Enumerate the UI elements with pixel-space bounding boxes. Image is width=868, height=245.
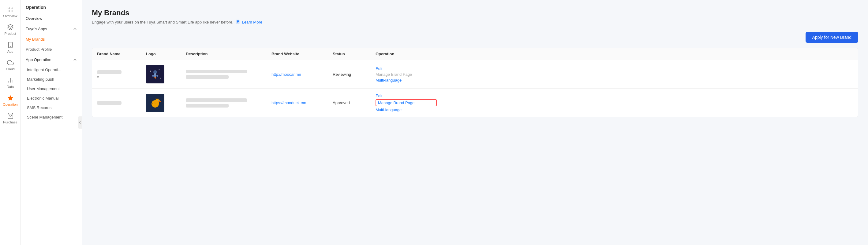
main-content: My Brands Engage with your users on the …	[82, 0, 868, 245]
brand-name-placeholder-1	[97, 70, 122, 74]
logo-cell-1	[146, 65, 186, 83]
col-status: Status	[333, 51, 376, 56]
website-cell-1[interactable]: http://moocar.mn	[272, 72, 333, 77]
nav-item-overview[interactable]: Overview	[0, 3, 21, 21]
svg-point-22	[149, 77, 149, 78]
svg-rect-2	[8, 10, 9, 12]
sidebar-item-intelligent-operati[interactable]: Intelligent Operati...	[21, 65, 82, 74]
table-row: https://mooduck.mn Approved Edit Manage …	[92, 89, 858, 117]
chevron-left-icon	[79, 121, 81, 124]
manage-brand-link-1: Manage Brand Page	[376, 72, 437, 77]
desc-bar-1a	[186, 70, 247, 73]
table-row: http://moocar.mn Reviewing Edit Manage B…	[92, 60, 858, 89]
sidebar-collapse-button[interactable]	[78, 116, 82, 129]
logo-cell-2	[146, 94, 186, 112]
top-actions: Apply for New Brand	[92, 32, 858, 43]
sidebar-item-sms-records[interactable]: SMS Records	[21, 103, 82, 112]
sidebar-item-marketing-push[interactable]: Marketing push	[21, 74, 82, 84]
sidebar-title: Operation	[21, 5, 82, 13]
chevron-up-icon-2	[73, 58, 77, 62]
sidebar-item-overview[interactable]: Overview	[21, 13, 82, 24]
book-icon	[236, 20, 241, 25]
learn-more-icon	[236, 20, 241, 25]
brand-name-cell-2	[97, 101, 146, 105]
svg-rect-11	[236, 20, 239, 24]
nav-item-data[interactable]: Data	[0, 74, 21, 92]
brand-dot-1	[97, 76, 99, 78]
svg-rect-13	[237, 22, 239, 22]
svg-marker-9	[7, 95, 13, 101]
svg-rect-12	[237, 21, 239, 21]
sidebar-item-my-brands[interactable]: My Brands	[21, 34, 82, 44]
col-description: Description	[186, 51, 272, 56]
svg-rect-1	[11, 7, 12, 9]
brands-table: Brand Name Logo Description Brand Websit…	[92, 48, 858, 117]
duck-logo-svg	[148, 95, 163, 111]
svg-rect-14	[237, 22, 238, 23]
page-subtitle: Engage with your users on the Tuya Smart…	[92, 20, 858, 25]
table-header: Brand Name Logo Description Brand Websit…	[92, 48, 858, 60]
logo-image-2	[146, 94, 164, 112]
description-cell-2	[186, 98, 272, 108]
sidebar-item-electronic-manual[interactable]: Electronic Manual	[21, 94, 82, 103]
chevron-up-icon	[73, 27, 77, 31]
manage-brand-link-2[interactable]: Manage Brand Page	[376, 99, 437, 106]
page-title: My Brands	[92, 8, 858, 17]
multi-language-link-1[interactable]: Multi-language	[376, 78, 437, 82]
svg-point-20	[150, 71, 151, 72]
svg-rect-4	[8, 42, 12, 48]
sidebar: Operation Overview Tuya's Apps My Brands…	[21, 0, 82, 245]
svg-rect-3	[11, 10, 12, 12]
nav-item-app[interactable]: App	[0, 38, 21, 56]
svg-rect-17	[154, 73, 156, 77]
desc-bar-2a	[186, 98, 247, 102]
multi-language-link-2[interactable]: Multi-language	[376, 108, 437, 112]
nav-item-product[interactable]: Product	[0, 21, 21, 38]
operation-cell-2: Edit Manage Brand Page Multi-language	[376, 94, 437, 112]
col-operation: Operation	[376, 51, 437, 56]
apply-new-brand-button[interactable]: Apply for New Brand	[806, 32, 858, 43]
desc-bar-2b	[186, 104, 229, 108]
status-cell-1: Reviewing	[333, 72, 376, 77]
nav-item-cloud[interactable]: Cloud	[0, 56, 21, 74]
operation-cell-1: Edit Manage Brand Page Multi-language	[376, 66, 437, 82]
svg-rect-31	[159, 99, 160, 100]
desc-bar-1b	[186, 75, 229, 79]
edit-link-2[interactable]: Edit	[376, 94, 437, 98]
nav-item-purchase[interactable]: Purchase	[0, 109, 21, 127]
description-cell-1	[186, 70, 272, 79]
sidebar-item-product-profile[interactable]: Product Profile	[21, 44, 82, 55]
svg-point-29	[159, 101, 161, 102]
svg-point-19	[156, 75, 158, 77]
col-logo: Logo	[146, 51, 186, 56]
icon-nav: Overview Product App Cloud Data Operatio…	[0, 0, 21, 245]
brand-name-cell-1	[97, 70, 146, 78]
nav-item-operation[interactable]: Operation	[0, 92, 21, 109]
logo-image-1	[146, 65, 164, 83]
col-website: Brand Website	[272, 51, 333, 56]
sidebar-section-tuyas-apps[interactable]: Tuya's Apps	[21, 24, 82, 34]
learn-more-link[interactable]: Learn More	[236, 20, 262, 25]
svg-point-28	[158, 100, 159, 101]
sidebar-item-scene-management[interactable]: Scene Management	[21, 112, 82, 122]
svg-point-23	[160, 78, 161, 79]
svg-rect-0	[8, 7, 9, 9]
col-brand-name: Brand Name	[97, 51, 146, 56]
brand-name-placeholder-2	[97, 101, 122, 105]
space-logo-svg	[148, 67, 163, 82]
website-cell-2[interactable]: https://mooduck.mn	[272, 101, 333, 105]
svg-rect-30	[155, 98, 156, 100]
svg-point-18	[152, 75, 154, 77]
edit-link-1[interactable]: Edit	[376, 66, 437, 71]
status-cell-2: Approved	[333, 101, 376, 105]
sidebar-section-app-operation[interactable]: App Operation	[21, 55, 82, 65]
svg-point-21	[159, 69, 160, 70]
sidebar-item-user-management[interactable]: User Management	[21, 84, 82, 94]
